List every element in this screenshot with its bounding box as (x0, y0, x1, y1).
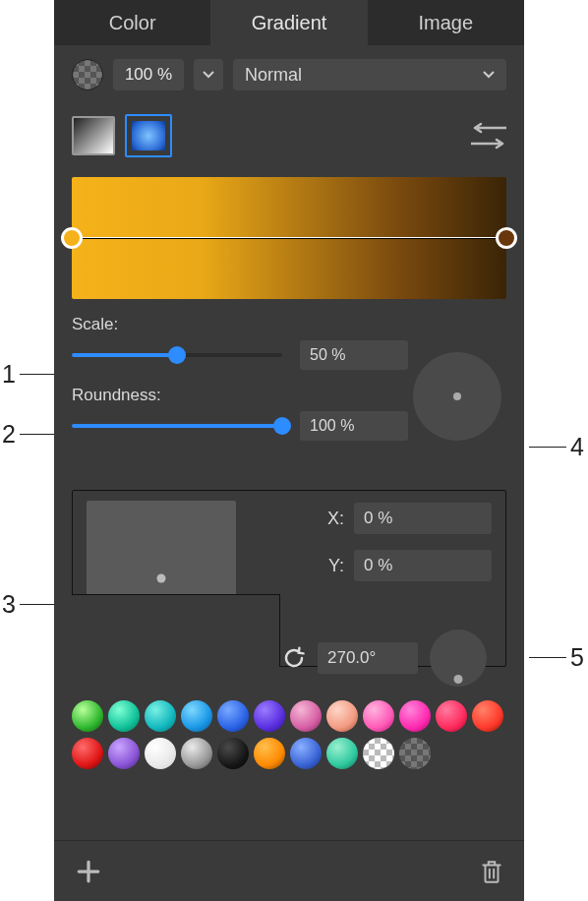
preset-swatch[interactable] (145, 738, 176, 769)
preset-swatch[interactable] (436, 700, 467, 732)
gradient-axis (72, 237, 506, 239)
preset-swatch[interactable] (145, 700, 176, 732)
chevron-down-icon (483, 69, 495, 81)
preset-swatch[interactable] (290, 738, 322, 769)
preset-swatch[interactable] (217, 738, 249, 769)
chevron-down-icon (203, 69, 214, 81)
eccentricity-dot (453, 392, 461, 400)
preset-swatch[interactable] (181, 700, 212, 732)
roundness-slider[interactable] (72, 417, 282, 435)
preset-swatch[interactable] (108, 700, 140, 732)
color-well[interactable] (72, 59, 103, 90)
tab-gradient[interactable]: Gradient (210, 0, 367, 45)
gradient-type-linear[interactable] (72, 116, 115, 155)
gradient-stop-start[interactable] (61, 227, 83, 249)
fill-panel: Color Gradient Image 100 % Normal (54, 0, 524, 901)
gradient-type-row (54, 96, 524, 167)
preset-swatch[interactable] (72, 738, 103, 769)
callout-4: 4 (529, 433, 584, 461)
arrow-left-icon (471, 121, 506, 135)
reverse-gradient-button[interactable] (471, 121, 506, 150)
preset-swatch[interactable] (108, 738, 140, 769)
delete-preset-button[interactable] (481, 859, 502, 884)
gradient-radial-icon (132, 121, 165, 150)
preset-swatch[interactable] (472, 700, 503, 732)
callout-5: 5 (529, 643, 584, 672)
eccentricity-dial[interactable] (413, 352, 501, 441)
opacity-blend-row: 100 % Normal (54, 45, 524, 96)
angle-field[interactable]: 270.0° (318, 642, 418, 674)
blend-mode-label: Normal (245, 65, 302, 86)
preset-swatch[interactable] (72, 700, 103, 732)
roundness-field[interactable]: 100 % (300, 411, 408, 441)
angle-dial-dot (454, 675, 463, 684)
callout-1: 1 (2, 360, 57, 389)
preset-swatch[interactable] (181, 738, 212, 769)
preset-swatch[interactable] (326, 700, 358, 732)
x-field[interactable]: 0 % (354, 503, 492, 534)
preset-swatch[interactable] (399, 700, 431, 732)
gradient-type-radial[interactable] (125, 114, 172, 157)
scale-label: Scale: (72, 315, 408, 334)
tab-color[interactable]: Color (54, 0, 210, 45)
add-preset-button[interactable] (76, 859, 101, 884)
preset-swatch[interactable] (290, 700, 322, 732)
callout-3: 3 (2, 590, 57, 619)
callout-2: 2 (2, 420, 57, 449)
arrow-right-icon (471, 137, 506, 150)
blend-mode-dropdown[interactable]: Normal (233, 59, 506, 90)
roundness-label: Roundness: (72, 386, 408, 405)
position-marker[interactable] (157, 574, 166, 583)
reset-angle-button[interactable] (282, 646, 306, 670)
preset-swatch[interactable] (254, 700, 285, 732)
scale-slider[interactable] (72, 346, 282, 364)
bottom-bar (54, 840, 524, 901)
preset-swatch[interactable] (254, 738, 285, 769)
scale-slider-thumb[interactable] (168, 346, 186, 364)
y-label: Y: (323, 556, 344, 576)
y-field[interactable]: 0 % (354, 550, 492, 581)
fill-type-tabs: Color Gradient Image (54, 0, 524, 45)
preset-swatch[interactable] (363, 700, 394, 732)
x-label: X: (323, 509, 344, 529)
preset-swatch[interactable] (217, 700, 249, 732)
angle-dial[interactable] (430, 630, 487, 687)
opacity-field[interactable]: 100 % (113, 59, 184, 90)
gradient-presets (72, 700, 506, 769)
tab-image[interactable]: Image (368, 0, 524, 45)
gradient-stop-end[interactable] (496, 227, 517, 249)
preset-swatch[interactable] (399, 738, 431, 769)
gradient-preview[interactable] (72, 177, 506, 299)
scale-field[interactable]: 50 % (300, 340, 408, 370)
roundness-slider-thumb[interactable] (273, 417, 291, 435)
preset-swatch[interactable] (326, 738, 358, 769)
angle-row: 270.0° (282, 630, 506, 687)
preset-swatch[interactable] (363, 738, 394, 769)
opacity-stepper[interactable] (194, 59, 223, 90)
